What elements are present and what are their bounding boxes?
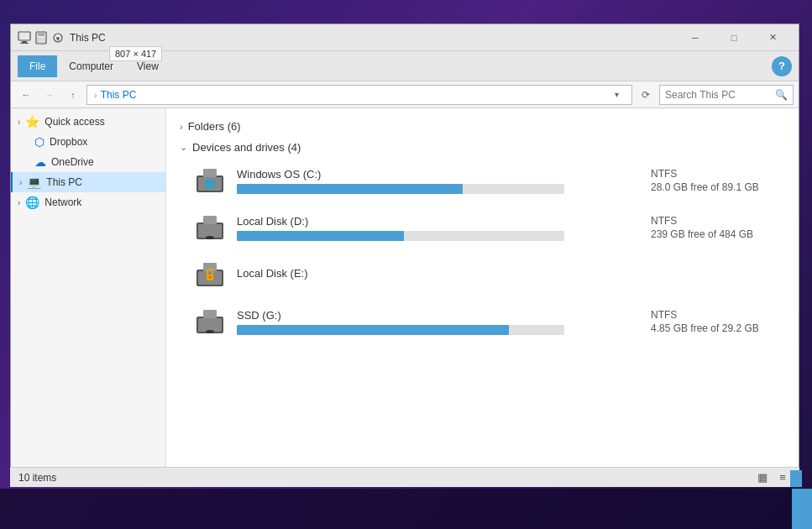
svg-point-27 xyxy=(206,330,214,333)
status-items-count: 10 items xyxy=(18,472,56,484)
drive-item-g[interactable]: SSD (G:) NTFS 4.85 GB free of 29.2 GB xyxy=(180,298,785,345)
maximize-button[interactable]: □ xyxy=(715,24,753,51)
this-pc-icon: 💻 xyxy=(27,175,41,189)
search-box[interactable]: 🔍 xyxy=(659,85,794,105)
c-drive-progress-fill xyxy=(237,184,463,194)
search-input[interactable] xyxy=(665,89,772,101)
sidebar-item-quick-access[interactable]: › ⭐ Quick access xyxy=(11,112,165,132)
taskbar xyxy=(0,489,812,529)
svg-rect-0 xyxy=(18,32,30,40)
g-drive-info: SSD (G:) xyxy=(237,309,627,335)
taskbar-accent xyxy=(792,489,812,529)
status-view-icons: ▦ ≡ xyxy=(754,470,791,485)
c-drive-name: Windows OS (C:) xyxy=(237,168,627,181)
sidebar: › ⭐ Quick access ⬡ Dropbox ☁ OneDrive › … xyxy=(11,108,166,468)
e-drive-icon xyxy=(193,258,227,291)
sidebar-item-dropbox[interactable]: ⬡ Dropbox xyxy=(11,132,165,152)
g-drive-name: SSD (G:) xyxy=(237,309,627,322)
up-button[interactable]: ↑ xyxy=(63,85,83,105)
back-button[interactable]: ← xyxy=(16,85,36,105)
c-drive-info: Windows OS (C:) xyxy=(237,168,627,194)
onedrive-icon: ☁ xyxy=(34,155,46,169)
sidebar-item-network[interactable]: › 🌐 Network xyxy=(11,192,165,212)
d-drive-icon xyxy=(193,211,227,244)
svg-point-18 xyxy=(206,236,214,239)
drives-section-header[interactable]: ⌄ Devices and drives (4) xyxy=(180,136,785,157)
help-button[interactable]: ? xyxy=(772,56,792,76)
address-field[interactable]: › This PC ▾ xyxy=(86,85,632,105)
drive-item-c[interactable]: Windows OS (C:) NTFS 28.0 GB free of 89.… xyxy=(180,157,785,204)
view-details-button[interactable]: ▦ xyxy=(754,470,771,485)
onedrive-label: OneDrive xyxy=(51,156,94,168)
dropbox-label: Dropbox xyxy=(50,136,87,148)
monitor-icon xyxy=(18,31,31,45)
address-dropdown-arrow[interactable]: ▾ xyxy=(608,85,625,105)
network-label: Network xyxy=(45,196,81,208)
d-drive-space: 239 GB free of 484 GB xyxy=(651,228,772,240)
svg-point-23 xyxy=(209,276,212,279)
window-title: This PC xyxy=(70,32,676,44)
this-pc-label: This PC xyxy=(46,176,82,188)
drives-section-title: Devices and drives (4) xyxy=(192,141,301,154)
d-drive-info: Local Disk (D:) xyxy=(237,215,627,241)
refresh-button[interactable]: ⟳ xyxy=(636,85,656,105)
svg-rect-16 xyxy=(198,224,222,238)
explorer-window: ▼ This PC ─ □ ✕ File Computer View ? ← →… xyxy=(10,24,799,469)
folders-section-header[interactable]: › Folders (6) xyxy=(180,115,785,136)
e-drive-icon-wrap xyxy=(193,258,227,291)
d-drive-meta: NTFS 239 GB free of 484 GB xyxy=(637,215,772,240)
g-drive-progress-wrap xyxy=(237,325,564,335)
forward-button[interactable]: → xyxy=(39,85,60,105)
folders-section-title: Folders (6) xyxy=(188,120,241,133)
scrollbar-thumb[interactable] xyxy=(790,470,802,487)
this-pc-chevron: › xyxy=(19,178,22,187)
svg-rect-26 xyxy=(203,310,217,318)
save-icon xyxy=(34,31,48,45)
g-drive-progress-fill xyxy=(237,325,509,335)
minimize-button[interactable]: ─ xyxy=(676,24,715,51)
view-list-button[interactable]: ≡ xyxy=(774,470,791,485)
d-drive-progress-fill xyxy=(237,231,404,241)
sidebar-item-this-pc[interactable]: › 💻 This PC xyxy=(11,172,165,192)
svg-rect-5 xyxy=(37,39,45,43)
address-bar: ← → ↑ › This PC ▾ ⟳ 🔍 xyxy=(11,81,799,108)
folders-chevron: › xyxy=(180,122,183,132)
dimension-tooltip: 807 × 417 xyxy=(109,46,162,61)
dimension-label: 807 × 417 xyxy=(115,49,156,59)
svg-rect-1 xyxy=(22,41,27,43)
svg-rect-13 xyxy=(206,185,210,189)
drive-item-e[interactable]: Local Disk (E:) xyxy=(180,251,785,298)
title-bar-icons: ▼ xyxy=(18,31,65,45)
d-drive-fs: NTFS xyxy=(651,215,772,227)
g-drive-fs: NTFS xyxy=(651,309,772,321)
drives-chevron: ⌄ xyxy=(180,142,187,153)
svg-rect-12 xyxy=(211,180,215,184)
close-button[interactable]: ✕ xyxy=(753,24,792,51)
svg-rect-25 xyxy=(198,318,222,332)
content-area: › Folders (6) ⌄ Devices and drives (4) xyxy=(166,108,799,468)
c-drive-space: 28.0 GB free of 89.1 GB xyxy=(651,181,772,193)
g-drive-space: 4.85 GB free of 29.2 GB xyxy=(651,322,772,334)
address-chevron: › xyxy=(94,90,97,100)
network-chevron: › xyxy=(18,198,20,207)
address-this-pc[interactable]: This PC xyxy=(101,89,137,101)
d-drive-icon-wrap xyxy=(193,211,227,244)
title-bar-controls: ─ □ ✕ xyxy=(676,24,792,51)
e-drive-name: Local Disk (E:) xyxy=(237,267,627,280)
quick-access-chevron: › xyxy=(18,118,20,127)
c-drive-icon xyxy=(193,164,227,197)
dropbox-icon: ⬡ xyxy=(34,135,45,149)
c-drive-icon-wrap xyxy=(193,164,227,197)
svg-rect-11 xyxy=(206,180,210,184)
svg-rect-14 xyxy=(211,185,215,189)
drive-item-d[interactable]: Local Disk (D:) NTFS 239 GB free of 484 … xyxy=(180,204,785,251)
main-layout: › ⭐ Quick access ⬡ Dropbox ☁ OneDrive › … xyxy=(11,108,799,468)
g-drive-icon-wrap xyxy=(193,305,227,338)
status-bar: 10 items ▦ ≡ xyxy=(10,467,799,487)
d-drive-name: Local Disk (D:) xyxy=(237,215,627,228)
custom-icon: ▼ xyxy=(51,31,65,45)
sidebar-item-onedrive[interactable]: ☁ OneDrive xyxy=(11,152,165,172)
network-icon: 🌐 xyxy=(25,196,39,209)
svg-rect-10 xyxy=(203,169,217,177)
tab-file[interactable]: File xyxy=(18,55,57,77)
